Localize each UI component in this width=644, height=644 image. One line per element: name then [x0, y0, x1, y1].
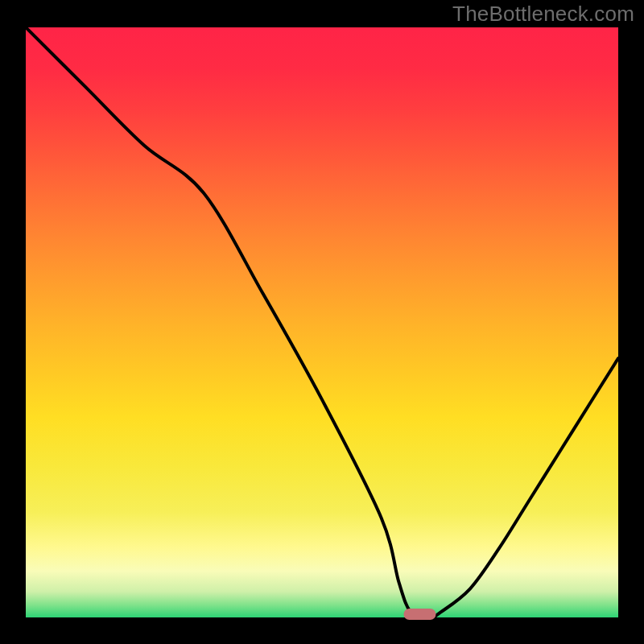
- chart-stage: TheBottleneck.com: [0, 0, 644, 644]
- axis-baseline: [26, 617, 618, 619]
- bottleneck-chart: [0, 0, 644, 644]
- optimal-marker: [403, 609, 436, 620]
